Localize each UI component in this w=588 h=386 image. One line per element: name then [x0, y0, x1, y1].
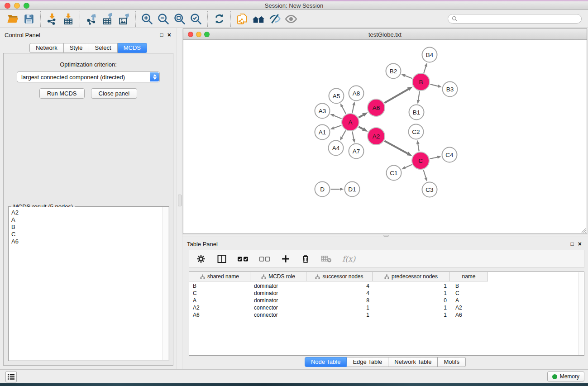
zoom-selected-button[interactable]: [188, 11, 204, 27]
columns-icon: [216, 253, 227, 264]
network-node-A7[interactable]: A7: [349, 144, 364, 159]
network-graph: B4B2BB3A8A5A6A3B1AA1C2A2A4A7C4CC1C3DD1: [183, 40, 587, 234]
network-node-A8[interactable]: A8: [349, 86, 364, 101]
show-details-button: [283, 11, 299, 27]
network-node-A4[interactable]: A4: [329, 141, 344, 156]
divider-handle[interactable]: [383, 235, 389, 237]
refresh-layout-button[interactable]: [211, 11, 227, 27]
close-panel-icon[interactable]: ×: [167, 31, 171, 38]
import-table-button[interactable]: [60, 11, 76, 27]
network-node-A1[interactable]: A1: [315, 125, 330, 140]
delete-column-button[interactable]: [301, 253, 311, 264]
memory-button[interactable]: Memory: [547, 372, 584, 381]
table-cell: 0: [373, 297, 450, 304]
zoom-fit-button[interactable]: [172, 11, 188, 27]
tab-network[interactable]: Network: [29, 43, 64, 53]
network-node-C4[interactable]: C4: [442, 148, 457, 162]
run-mcds-button[interactable]: Run MCDS: [39, 88, 85, 99]
result-list-item[interactable]: A2: [9, 209, 168, 216]
network-node-A[interactable]: A: [342, 114, 359, 131]
result-list-scrollbar[interactable]: [163, 207, 168, 360]
criterion-select[interactable]: largest connected component (directed): [17, 71, 160, 82]
network-node-D[interactable]: D: [315, 182, 330, 197]
hide-details-button[interactable]: [267, 11, 283, 27]
network-node-B4[interactable]: B4: [422, 48, 437, 62]
vertical-split-divider[interactable]: [177, 28, 182, 369]
result-list-item[interactable]: B: [9, 223, 168, 230]
table-body: Bdominator41BCdominator41CAdominator80AA…: [189, 282, 578, 355]
resize-grip-icon[interactable]: [580, 227, 586, 233]
eye-slash-icon: [268, 12, 282, 25]
float-panel-icon[interactable]: □: [571, 241, 574, 247]
horizontal-split-divider[interactable]: [182, 234, 588, 237]
export-network-button[interactable]: [83, 11, 100, 27]
network-node-C[interactable]: C: [412, 152, 429, 169]
desktop-wallpaper-bottom: [0, 383, 588, 386]
column-header-name[interactable]: name: [450, 272, 488, 281]
network-node-C2[interactable]: C2: [409, 124, 424, 139]
table-row[interactable]: Bdominator41B: [189, 282, 578, 290]
export-image-button[interactable]: [116, 11, 132, 27]
network-node-A2[interactable]: A2: [368, 128, 385, 145]
column-header-shared-name[interactable]: shared name: [189, 272, 250, 281]
tab-select[interactable]: Select: [89, 43, 118, 53]
network-node-B2[interactable]: B2: [386, 64, 401, 79]
table-cell: 4: [306, 282, 373, 290]
network-node-A3[interactable]: A3: [315, 104, 330, 119]
zoom-out-button[interactable]: [155, 11, 172, 27]
table-panel-title: Table Panel: [187, 241, 218, 248]
network-node-A5[interactable]: A5: [329, 89, 344, 104]
network-overview-button[interactable]: [250, 11, 267, 27]
table-cell: A6: [189, 311, 250, 319]
network-node-D1[interactable]: D1: [345, 182, 360, 197]
network-node-B3[interactable]: B3: [443, 82, 458, 97]
import-network-button[interactable]: [44, 11, 60, 27]
network-node-B[interactable]: B: [412, 73, 430, 91]
duplicate-network-button[interactable]: [234, 11, 250, 27]
result-list-item[interactable]: A: [9, 216, 168, 223]
divider-handle[interactable]: [178, 195, 182, 206]
network-node-A6[interactable]: A6: [368, 99, 385, 116]
add-column-button[interactable]: [281, 254, 291, 264]
table-row[interactable]: A2connector11A2: [189, 304, 578, 311]
result-list-item[interactable]: A6: [9, 238, 168, 245]
tab-network-table[interactable]: Network Table: [388, 357, 438, 367]
column-header-MCDS-role[interactable]: MCDS role: [250, 272, 306, 281]
tab-style[interactable]: Style: [64, 43, 89, 53]
table-row[interactable]: Adominator80A: [189, 297, 578, 304]
export-table-button[interactable]: [100, 11, 116, 27]
control-panel-tabs: NetworkStyleSelectMCDS: [0, 43, 177, 53]
edge-B-B2: [405, 76, 412, 78]
tab-edge-table[interactable]: Edge Table: [347, 357, 388, 367]
table-row[interactable]: A6connector11A6: [189, 311, 578, 319]
table-scrollbar[interactable]: [578, 272, 583, 355]
close-panel-button[interactable]: Close panel: [91, 88, 138, 99]
column-header-successor-nodes[interactable]: successor nodes: [306, 272, 373, 281]
result-list-item[interactable]: C: [9, 230, 168, 238]
zoom-in-button[interactable]: [139, 11, 155, 27]
node-table: shared nameMCDS rolesuccessor nodesprede…: [189, 272, 584, 356]
deselect-all-button[interactable]: [259, 253, 271, 264]
float-panel-icon[interactable]: □: [160, 32, 163, 38]
table-settings-button[interactable]: [196, 253, 206, 264]
tab-mcds[interactable]: MCDS: [118, 43, 147, 53]
open-session-button[interactable]: [5, 11, 21, 27]
network-node-B1[interactable]: B1: [409, 105, 424, 120]
edge-A-A1: [334, 125, 341, 128]
table-row[interactable]: Cdominator41C: [189, 290, 578, 297]
task-history-button[interactable]: [5, 371, 17, 382]
network-node-C1[interactable]: C1: [387, 166, 402, 181]
save-session-button[interactable]: [21, 11, 37, 27]
column-header-predecessor-nodes[interactable]: predecessor nodes: [373, 272, 450, 281]
tab-node-table[interactable]: Node Table: [305, 357, 347, 367]
mcds-panel: Optimization criterion: largest connecte…: [3, 53, 173, 366]
main-toolbar: [0, 10, 588, 28]
select-all-button[interactable]: [237, 253, 249, 264]
search-input[interactable]: [460, 16, 578, 22]
show-columns-button[interactable]: [216, 253, 227, 264]
network-node-C3[interactable]: C3: [422, 182, 437, 197]
tab-motifs[interactable]: Motifs: [438, 357, 466, 367]
column-label: predecessor nodes: [392, 273, 438, 280]
network-canvas[interactable]: B4B2BB3A8A5A6A3B1AA1C2A2A4A7C4CC1C3DD1: [183, 40, 587, 234]
close-panel-icon[interactable]: ×: [578, 240, 582, 248]
